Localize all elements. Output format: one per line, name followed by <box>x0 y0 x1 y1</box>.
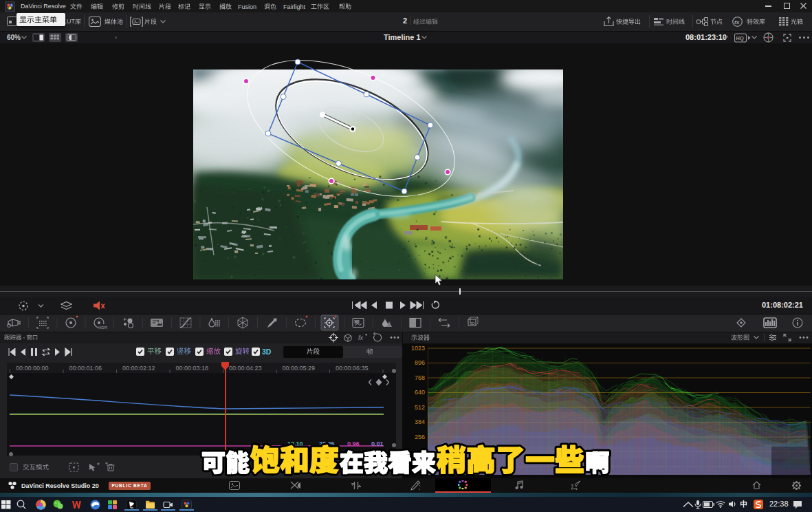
svg-text:HDR: HDR <box>98 326 108 330</box>
svg-text:3D: 3D <box>470 321 475 326</box>
svg-text:HQ: HQ <box>736 35 744 41</box>
svg-text:fx: fx <box>734 19 740 25</box>
svg-text:fx: fx <box>358 334 364 341</box>
